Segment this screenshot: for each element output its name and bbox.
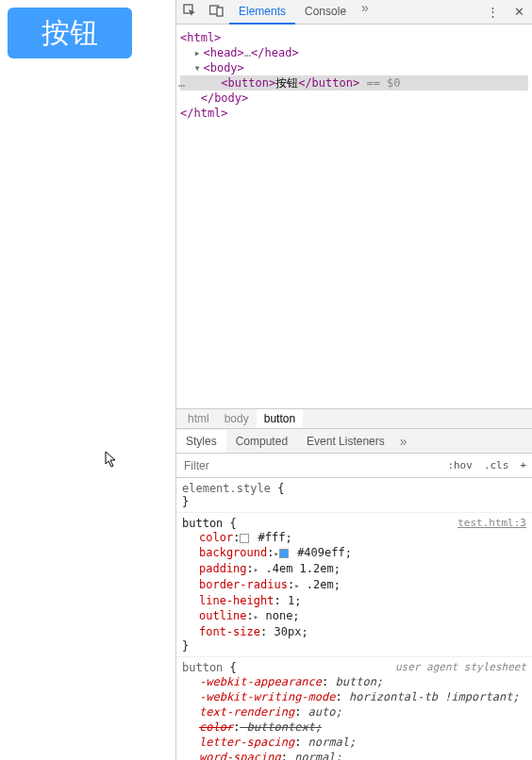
- rule-button[interactable]: test.html:3 button { color: #fff;backgro…: [176, 513, 532, 657]
- styles-filter-bar: :hov .cls +: [176, 454, 532, 478]
- css-declaration[interactable]: font-size: 30px;: [182, 624, 526, 639]
- css-declaration[interactable]: outline:▸ none;: [182, 608, 526, 624]
- devtools-tabs: Elements Console »: [229, 0, 479, 25]
- crumb-html[interactable]: html: [180, 409, 217, 428]
- hov-toggle[interactable]: :hov: [441, 455, 478, 475]
- subtab-styles[interactable]: Styles: [176, 430, 226, 453]
- tab-console[interactable]: Console: [295, 0, 356, 25]
- cls-toggle[interactable]: .cls: [478, 455, 515, 475]
- css-declaration[interactable]: word-spacing: normal;: [182, 750, 526, 760]
- svg-rect-2: [217, 8, 223, 16]
- tab-elements[interactable]: Elements: [229, 0, 295, 25]
- new-rule-button[interactable]: +: [514, 455, 532, 475]
- subtab-eventlisteners[interactable]: Event Listeners: [297, 430, 394, 453]
- css-declaration[interactable]: color: #fff;: [182, 530, 526, 545]
- css-declaration[interactable]: text-rendering: auto;: [182, 704, 526, 719]
- page-viewport: 按钮: [0, 0, 175, 760]
- rule-element-style[interactable]: element.style { }: [176, 478, 532, 513]
- source-link[interactable]: test.html:3: [457, 517, 526, 529]
- dom-tree[interactable]: <html> ▸<head>…</head> ▾<body> … <button…: [176, 25, 532, 126]
- crumb-body[interactable]: body: [217, 409, 257, 428]
- css-declaration[interactable]: line-height: 1;: [182, 593, 526, 608]
- dom-head-open[interactable]: <head>: [203, 46, 243, 59]
- kebab-menu-icon[interactable]: ⋮: [483, 5, 502, 19]
- css-declaration[interactable]: letter-spacing: normal;: [182, 735, 526, 750]
- dom-selected-line[interactable]: … <button>按钮</button> == $0: [180, 75, 528, 91]
- filter-input[interactable]: [176, 455, 441, 476]
- styles-pane[interactable]: element.style { } test.html:3 button { c…: [176, 478, 532, 760]
- devtools-panel: Elements Console » ⋮ ✕ <html> ▸<head>…</…: [175, 0, 532, 760]
- close-icon[interactable]: ✕: [509, 5, 528, 19]
- css-declaration[interactable]: -webkit-appearance: button;: [182, 674, 526, 689]
- css-declaration[interactable]: background:▸ #409eff;: [182, 545, 526, 561]
- crumb-button[interactable]: button: [257, 409, 303, 428]
- dom-body-close[interactable]: </body>: [201, 91, 249, 105]
- inspect-icon[interactable]: [180, 4, 199, 20]
- rule-user-agent[interactable]: user agent stylesheet button { -webkit-a…: [176, 657, 532, 760]
- subtab-computed[interactable]: Computed: [226, 430, 297, 453]
- css-declaration[interactable]: color: buttontext;: [182, 719, 526, 735]
- dom-html-close[interactable]: </html>: [180, 107, 228, 120]
- device-toggle-icon[interactable]: [207, 5, 225, 20]
- dom-html-open[interactable]: <html>: [180, 31, 221, 44]
- css-declaration[interactable]: border-radius:▸ .2em;: [182, 577, 526, 593]
- css-declaration[interactable]: -webkit-writing-mode: horizontal-tb !imp…: [182, 689, 526, 704]
- breadcrumb: html body button: [176, 408, 532, 429]
- subtabs-more-icon[interactable]: »: [394, 434, 413, 449]
- css-declaration[interactable]: padding:▸ .4em 1.2em;: [182, 561, 526, 577]
- dom-body-open[interactable]: <body>: [203, 61, 243, 74]
- mouse-cursor: [105, 451, 118, 471]
- ua-source: user agent stylesheet: [395, 661, 526, 673]
- demo-button[interactable]: 按钮: [8, 8, 132, 58]
- tabs-more-icon[interactable]: »: [356, 0, 374, 25]
- styles-subtabs: Styles Computed Event Listeners »: [176, 429, 532, 454]
- devtools-toolbar: Elements Console » ⋮ ✕: [176, 0, 532, 25]
